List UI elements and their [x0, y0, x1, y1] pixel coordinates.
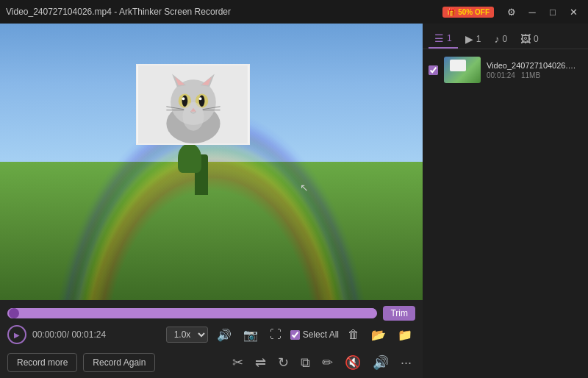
fullscreen-icon-btn[interactable]: ⛶ — [267, 327, 284, 343]
timeline-track[interactable] — [7, 308, 377, 318]
gift-icon: 🎁 — [447, 8, 456, 16]
svg-point-18 — [183, 102, 204, 131]
edit-tool-btn[interactable]: ✏ — [318, 353, 337, 372]
split-tool-btn[interactable]: ⇌ — [251, 353, 270, 372]
tab-video-count: 1 — [447, 33, 452, 43]
tab-video[interactable]: ☰ 1 — [429, 29, 458, 49]
title-bar: Video_240727104026.mp4 - ArkThinker Scre… — [0, 0, 588, 24]
volume-mute-tool-btn[interactable]: 🔇 — [341, 353, 365, 372]
cat-image-overlay — [136, 64, 250, 145]
time-sep: / — [67, 329, 69, 340]
svg-point-9 — [182, 95, 188, 106]
volume-icon-btn[interactable]: 🔊 — [214, 327, 234, 343]
more-tool-btn[interactable]: ··· — [397, 354, 415, 372]
close-btn[interactable]: ✕ — [564, 3, 582, 21]
current-time: 00:00:00 — [32, 329, 67, 340]
list-item[interactable]: Video_240727104026.mp4 00:01:24 11MB — [426, 52, 585, 88]
file-list: Video_240727104026.mp4 00:01:24 11MB — [423, 49, 588, 378]
promo-badge[interactable]: 🎁 50% OFF — [442, 7, 494, 18]
file-duration: 00:01:24 — [487, 71, 515, 79]
tab-image[interactable]: 🖼 0 — [514, 30, 545, 48]
trim-button[interactable]: Trim — [383, 306, 415, 321]
play-icon: ▶ — [14, 331, 20, 339]
minimize-btn[interactable]: ─ — [523, 3, 541, 21]
file-name: Video_240727104026.mp4 — [487, 61, 582, 70]
image-tab-icon: 🖼 — [520, 33, 531, 45]
maximize-btn[interactable]: □ — [544, 3, 562, 21]
file-thumbnail — [444, 57, 481, 83]
cursor-indicator: ↖ — [300, 182, 309, 193]
time-display: 00:00:00/ 00:01:24 — [32, 329, 106, 340]
file-size: 11MB — [521, 71, 540, 79]
video-panel: ↖ Trim ▶ 00:00:00/ 00:01:24 0. — [0, 24, 423, 378]
select-all-row: Select All — [290, 329, 339, 340]
camera-icon-btn[interactable]: 📷 — [240, 327, 261, 343]
timeline-row: Trim — [7, 306, 415, 321]
delete-icon-btn[interactable]: 🗑 — [345, 327, 362, 343]
left-actions: Record more Record Again — [7, 353, 155, 372]
rotate-tool-btn[interactable]: ↻ — [274, 353, 293, 372]
export-icon-btn[interactable]: 📁 — [395, 327, 415, 343]
scissors-tool-btn[interactable]: ✂ — [229, 353, 247, 372]
record-more-button[interactable]: Record more — [7, 353, 77, 372]
video-area: ↖ — [0, 24, 423, 300]
timeline-thumb[interactable] — [9, 308, 19, 318]
copy-tool-btn[interactable]: ⧉ — [297, 354, 314, 372]
main-content: ↖ Trim ▶ 00:00:00/ 00:01:24 0. — [0, 24, 588, 378]
right-tabs: ☰ 1 ▶ 1 ♪ 0 🖼 0 — [423, 24, 588, 49]
promo-text: 50% OFF — [458, 8, 490, 16]
right-actions: ✂ ⇌ ↻ ⧉ ✏ 🔇 🔊 ··· — [229, 353, 415, 372]
file-meta: 00:01:24 11MB — [487, 71, 582, 79]
file-checkbox[interactable] — [429, 65, 438, 75]
record-again-button[interactable]: Record Again — [83, 353, 155, 372]
tab-play[interactable]: ▶ 1 — [459, 30, 487, 48]
tab-play-count: 1 — [476, 34, 481, 44]
select-all-checkbox[interactable] — [290, 330, 300, 340]
select-all-label: Select All — [303, 329, 339, 340]
file-info: Video_240727104026.mp4 00:01:24 11MB — [487, 61, 582, 79]
bottom-actions: Record more Record Again ✂ ⇌ ↻ ⧉ ✏ 🔇 🔊 ·… — [0, 349, 423, 378]
tab-audio-count: 0 — [502, 34, 507, 44]
import-icon-btn[interactable]: 📂 — [368, 327, 389, 343]
list-icon: ☰ — [434, 32, 444, 44]
svg-point-12 — [199, 97, 202, 100]
tab-audio[interactable]: ♪ 0 — [488, 30, 513, 48]
controls-bar: Trim ▶ 00:00:00/ 00:01:24 0.5x 1.0x 1.5x… — [0, 300, 423, 349]
svg-point-10 — [199, 95, 205, 106]
playback-row: ▶ 00:00:00/ 00:01:24 0.5x 1.0x 1.5x 2.0x… — [7, 325, 415, 344]
speed-selector[interactable]: 0.5x 1.0x 1.5x 2.0x — [166, 327, 208, 343]
total-time: 00:01:24 — [71, 329, 106, 340]
audio-tab-icon: ♪ — [494, 33, 499, 45]
title-bar-controls: 🎁 50% OFF ⚙ ─ □ ✕ — [442, 3, 582, 21]
tab-image-count: 0 — [534, 34, 539, 44]
window-title: Video_240727104026.mp4 - ArkThinker Scre… — [6, 7, 231, 17]
svg-point-11 — [182, 97, 185, 100]
volume-up-tool-btn[interactable]: 🔊 — [369, 353, 392, 372]
thumb-cat — [450, 60, 466, 71]
right-panel: ☰ 1 ▶ 1 ♪ 0 🖼 0 Vid — [423, 24, 588, 378]
play-button[interactable]: ▶ — [7, 325, 26, 344]
menu-icon-btn[interactable]: ⚙ — [503, 3, 520, 21]
timeline-fill — [7, 308, 377, 318]
play-tab-icon: ▶ — [465, 33, 473, 45]
